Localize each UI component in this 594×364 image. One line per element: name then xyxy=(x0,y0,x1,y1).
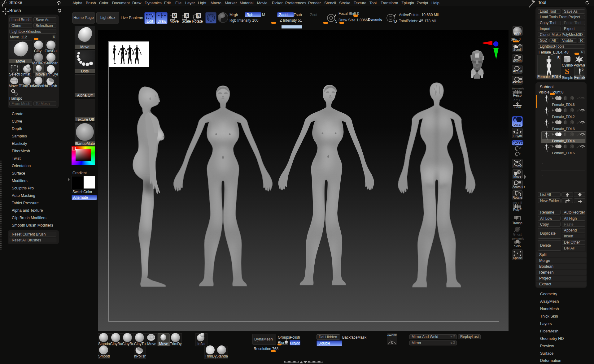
svg-text:Y: Y xyxy=(519,146,521,149)
svg-text:Draw: Draw xyxy=(157,19,166,24)
svg-text:Z: Z xyxy=(519,153,521,156)
svg-text:S: S xyxy=(565,67,569,76)
svg-text:S: S xyxy=(335,19,337,24)
svg-text:Move: Move xyxy=(170,19,179,24)
svg-text:R: R xyxy=(197,13,200,18)
svg-text:Edit: Edit xyxy=(147,19,153,24)
svg-text:S: S xyxy=(186,13,188,18)
svg-text:Scale: Scale xyxy=(181,19,191,24)
svg-text:D: D xyxy=(394,19,397,24)
svg-text:Rotate: Rotate xyxy=(192,19,203,24)
svg-text:M: M xyxy=(173,13,177,18)
